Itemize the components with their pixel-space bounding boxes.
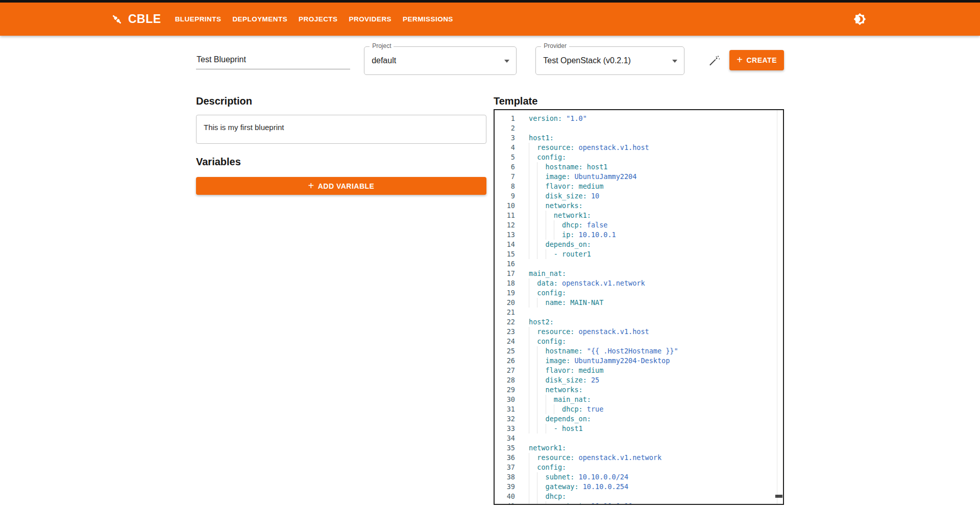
line-number: 29: [495, 385, 519, 395]
code-line: config:: [529, 152, 783, 162]
line-number: 20: [495, 298, 519, 308]
line-number: 2: [495, 123, 519, 133]
plus-icon: +: [308, 181, 314, 191]
auto-generate-button[interactable]: [704, 50, 724, 70]
code-line: name: MAIN-NAT: [529, 298, 783, 308]
variables-heading: Variables: [196, 156, 486, 168]
code-line: host2:: [529, 317, 783, 327]
code-line: ip: 10.10.0.1: [529, 230, 783, 240]
project-select-label: Project: [370, 42, 394, 49]
magic-wand-icon: [708, 54, 721, 67]
description-input[interactable]: This is my first blueprint: [196, 115, 486, 144]
editor-scrollbar[interactable]: [777, 110, 783, 504]
add-variable-label: ADD VARIABLE: [318, 182, 375, 190]
code-line: image: UbuntuJammy2204: [529, 172, 783, 182]
line-number: 21: [495, 308, 519, 317]
line-number: 10: [495, 201, 519, 211]
line-number: 35: [495, 443, 519, 453]
code-line: host1:: [529, 133, 783, 143]
code-line: main_nat:: [529, 395, 783, 404]
code-line: hostname: host1: [529, 162, 783, 172]
code-line: depends_on:: [529, 240, 783, 249]
code-line: image: UbuntuJammy2204-Desktop: [529, 356, 783, 366]
code-line: flavor: medium: [529, 366, 783, 375]
line-number: 9: [495, 191, 519, 201]
provider-select[interactable]: Provider Test OpenStack (v0.2.1): [535, 46, 684, 75]
line-number: 40: [495, 492, 519, 501]
code-line: [529, 123, 783, 133]
line-number: 16: [495, 259, 519, 269]
chevron-down-icon: [504, 60, 509, 63]
line-number: 34: [495, 434, 519, 443]
code-line: dhcp: true: [529, 404, 783, 414]
code-line: disk_size: 10: [529, 191, 783, 201]
project-select-value: default: [364, 47, 516, 74]
line-number: 23: [495, 327, 519, 337]
blueprint-toolbar: Project default Provider Test OpenStack …: [196, 46, 784, 75]
line-number: 13: [495, 230, 519, 240]
line-number: 38: [495, 472, 519, 482]
theme-toggle-button[interactable]: [849, 9, 870, 30]
line-number: 1: [495, 114, 519, 123]
line-number: 3: [495, 133, 519, 143]
line-number: 39: [495, 482, 519, 492]
line-number: 12: [495, 220, 519, 230]
code-line: config:: [529, 337, 783, 346]
line-number: 25: [495, 346, 519, 356]
code-line: dhcp:: [529, 492, 783, 501]
code-line: - start: 10.10.0.10: [529, 501, 783, 505]
nav-item-permissions[interactable]: PERMISSIONS: [397, 10, 459, 28]
scrollbar-thumb[interactable]: [775, 495, 782, 498]
code-line: resource: openstack.v1.host: [529, 143, 783, 152]
provider-select-value: Test OpenStack (v0.2.1): [536, 47, 684, 74]
nav-item-projects[interactable]: PROJECTS: [293, 10, 343, 28]
code-line: config:: [529, 288, 783, 298]
line-number: 26: [495, 356, 519, 366]
line-number: 31: [495, 404, 519, 414]
right-column: Template 1234567891011121314151617181920…: [494, 95, 784, 505]
nav-item-providers[interactable]: PROVIDERS: [343, 10, 397, 28]
line-number: 6: [495, 162, 519, 172]
plus-icon: +: [737, 55, 743, 65]
nav-item-blueprints[interactable]: BLUEPRINTS: [169, 10, 227, 28]
project-select[interactable]: Project default: [364, 46, 517, 75]
description-heading: Description: [196, 95, 486, 107]
code-line: networks:: [529, 201, 783, 211]
code-line: [529, 308, 783, 317]
code-line: gateway: 10.10.0.254: [529, 482, 783, 492]
page-content: Project default Provider Test OpenStack …: [184, 36, 796, 505]
line-number: 41: [495, 501, 519, 505]
code-line: networks:: [529, 385, 783, 395]
brand[interactable]: CBLE: [110, 12, 161, 26]
code-line: network1:: [529, 211, 783, 220]
brightness-icon: [853, 13, 866, 26]
line-number: 22: [495, 317, 519, 327]
template-code-editor[interactable]: 1234567891011121314151617181920212223242…: [494, 109, 784, 505]
add-variable-button[interactable]: + ADD VARIABLE: [196, 177, 486, 195]
line-number: 17: [495, 269, 519, 278]
create-button-label: CREATE: [746, 56, 777, 64]
code-line: network1:: [529, 443, 783, 453]
line-number: 37: [495, 463, 519, 472]
brand-name: CBLE: [128, 12, 161, 26]
code-line: flavor: medium: [529, 182, 783, 191]
line-number: 24: [495, 337, 519, 346]
create-button[interactable]: + CREATE: [729, 50, 784, 70]
nav-item-deployments[interactable]: DEPLOYMENTS: [227, 10, 293, 28]
code-line: main_nat:: [529, 269, 783, 278]
cable-logo-icon: [110, 13, 124, 26]
blueprint-name-input[interactable]: [196, 53, 350, 69]
code-line: subnet: 10.10.0.0/24: [529, 472, 783, 482]
app-header: CBLE BLUEPRINTSDEPLOYMENTSPROJECTSPROVID…: [0, 3, 980, 36]
line-number: 32: [495, 414, 519, 424]
line-number: 15: [495, 249, 519, 259]
code-line: - host1: [529, 424, 783, 434]
line-number: 27: [495, 366, 519, 375]
line-number: 30: [495, 395, 519, 404]
line-number: 11: [495, 211, 519, 220]
line-number: 4: [495, 143, 519, 152]
line-number: 7: [495, 172, 519, 182]
code-line: version: "1.0": [529, 114, 783, 123]
editor-gutter: 1234567891011121314151617181920212223242…: [495, 110, 519, 504]
code-line: config:: [529, 463, 783, 472]
